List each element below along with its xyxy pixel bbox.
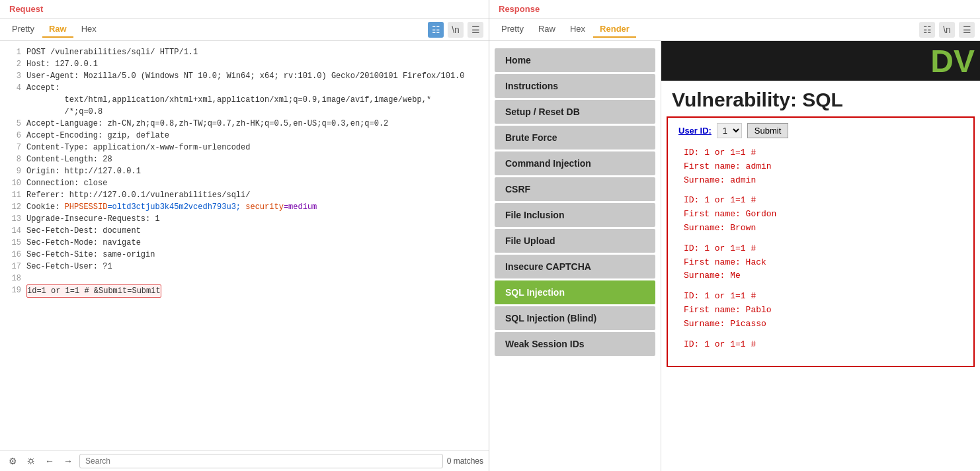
result-entry-5: ID: 1 or 1=1 # xyxy=(684,338,958,352)
code-line-8: 8 Content-Length: 28 xyxy=(3,153,486,165)
code-line-14: 14 Sec-Fetch-Dest: document xyxy=(3,225,486,237)
request-bottom-bar: ⚙ ⛭ ← → 0 matches xyxy=(0,450,489,471)
request-tab-bar: Pretty Raw Hex ☷ \n ☰ xyxy=(0,19,489,41)
tab-raw-response[interactable]: Raw xyxy=(532,21,562,38)
response-tab-bar: Pretty Raw Hex Render ☷ \n ☰ xyxy=(489,19,980,41)
code-line-12: 12 Cookie: PHPSESSID=oltd3ctjub3k45m2vce… xyxy=(3,201,486,213)
result-area: DV Vulnerability: SQL User ID: 1 2 Submi… xyxy=(661,41,980,471)
code-line-4: 4 Accept: text/html,application/xhtml+xm… xyxy=(3,82,486,118)
request-header: Request xyxy=(0,0,489,19)
nav-item-weak-session[interactable]: Weak Session IDs xyxy=(495,332,655,356)
response-title: Response xyxy=(495,3,544,15)
code-line-3: 3 User-Agent: Mozilla/5.0 (Windows NT 10… xyxy=(3,70,486,82)
nav-item-command-injection[interactable]: Command Injection xyxy=(495,151,655,175)
newline-icon[interactable]: \n xyxy=(448,22,464,38)
response-pane: Response Pretty Raw Hex Render ☷ \n ☰ Ho… xyxy=(489,0,980,471)
result-entries: ID: 1 or 1=1 # First name: admin Surname… xyxy=(678,144,963,361)
response-tab-actions: ☷ \n ☰ xyxy=(919,22,975,38)
code-line-6: 6 Accept-Encoding: gzip, deflate xyxy=(3,130,486,142)
vuln-title: Vulnerability: SQL xyxy=(661,81,980,116)
nav-item-sql-blind[interactable]: SQL Injection (Blind) xyxy=(495,306,655,330)
nav-item-brute-force[interactable]: Brute Force xyxy=(495,126,655,150)
search-input[interactable] xyxy=(79,454,443,468)
request-tab-actions: ☷ \n ☰ xyxy=(428,22,483,38)
code-line-9: 9 Origin: http://127.0.0.1 xyxy=(3,165,486,177)
dvwa-logo: DV xyxy=(930,43,980,79)
nav-item-csrf[interactable]: CSRF xyxy=(495,177,655,201)
panes-row: Request Pretty Raw Hex ☷ \n ☰ 1 POST /vu… xyxy=(0,0,980,471)
nav-item-file-inclusion[interactable]: File Inclusion xyxy=(495,203,655,227)
code-line-5: 5 Accept-Language: zh-CN,zh;q=0.8,zh-TW;… xyxy=(3,118,486,130)
response-menu-icon[interactable]: ☰ xyxy=(959,22,975,38)
user-id-select[interactable]: 1 2 xyxy=(717,123,742,138)
tab-raw-request[interactable]: Raw xyxy=(42,21,73,38)
nav-item-file-upload[interactable]: File Upload xyxy=(495,229,655,253)
code-line-16: 16 Sec-Fetch-Site: same-origin xyxy=(3,249,486,261)
code-line-17: 17 Sec-Fetch-User: ?1 xyxy=(3,261,486,273)
user-id-row: User ID: 1 2 Submit xyxy=(678,123,963,138)
code-line-19: 19 id=1 or 1=1 # &Submit=Submit xyxy=(3,284,486,298)
dvwa-header: DV xyxy=(661,41,980,81)
code-line-2: 2 Host: 127.0.0.1 xyxy=(3,58,486,70)
response-header: Response xyxy=(489,0,980,19)
request-title: Request xyxy=(5,3,47,15)
copy-icon[interactable]: ☷ xyxy=(428,22,444,38)
code-line-7: 7 Content-Type: application/x-www-form-u… xyxy=(3,142,486,153)
nav-item-home[interactable]: Home xyxy=(495,48,655,72)
result-entry-2: ID: 1 or 1=1 # First name: Gordon Surnam… xyxy=(684,194,958,235)
nav-item-instructions[interactable]: Instructions xyxy=(495,74,655,98)
user-id-label: User ID: xyxy=(678,126,712,136)
menu-icon[interactable]: ☰ xyxy=(468,22,483,38)
code-line-11: 11 Referer: http://127.0.0.1/vulnerabili… xyxy=(3,189,486,201)
gear-icon[interactable]: ⛭ xyxy=(24,454,38,468)
result-entry-3: ID: 1 or 1=1 # First name: Hack Surname:… xyxy=(684,242,958,283)
request-pane: Request Pretty Raw Hex ☷ \n ☰ 1 POST /vu… xyxy=(0,0,489,471)
tab-render-response[interactable]: Render xyxy=(593,21,636,38)
submit-button[interactable]: Submit xyxy=(747,123,788,138)
forward-icon[interactable]: → xyxy=(61,454,75,468)
nav-item-sql-injection[interactable]: SQL Injection xyxy=(495,280,655,304)
request-code-area: 1 POST /vulnerabilities/sqli/ HTTP/1.1 2… xyxy=(0,41,489,450)
code-line-15: 15 Sec-Fetch-Mode: navigate xyxy=(3,237,486,249)
result-entry-4: ID: 1 or 1=1 # First name: Pablo Surname… xyxy=(684,290,958,331)
response-content: Home Instructions Setup / Reset DB Brute… xyxy=(489,41,980,471)
result-entry-1: ID: 1 or 1=1 # First name: admin Surname… xyxy=(684,146,958,187)
form-area: User ID: 1 2 Submit ID: 1 or 1=1 # First… xyxy=(667,116,975,367)
match-count: 0 matches xyxy=(447,456,483,466)
response-copy-icon[interactable]: ☷ xyxy=(919,22,935,38)
nav-item-setup[interactable]: Setup / Reset DB xyxy=(495,100,655,124)
code-line-13: 13 Upgrade-Insecure-Requests: 1 xyxy=(3,213,486,225)
code-line-18: 18 xyxy=(3,273,486,284)
tab-hex-request[interactable]: Hex xyxy=(75,21,103,38)
nav-menu: Home Instructions Setup / Reset DB Brute… xyxy=(489,41,661,471)
code-line-10: 10 Connection: close xyxy=(3,177,486,189)
tab-pretty-request[interactable]: Pretty xyxy=(5,21,41,38)
code-line-1: 1 POST /vulnerabilities/sqli/ HTTP/1.1 xyxy=(3,46,486,58)
settings-icon[interactable]: ⚙ xyxy=(5,454,20,468)
nav-item-insecure-captcha[interactable]: Insecure CAPTCHA xyxy=(495,255,655,278)
back-icon[interactable]: ← xyxy=(42,454,57,468)
response-newline-icon[interactable]: \n xyxy=(939,22,955,38)
main-container: Request Pretty Raw Hex ☷ \n ☰ 1 POST /vu… xyxy=(0,0,980,471)
tab-pretty-response[interactable]: Pretty xyxy=(495,21,530,38)
tab-hex-response[interactable]: Hex xyxy=(563,21,592,38)
